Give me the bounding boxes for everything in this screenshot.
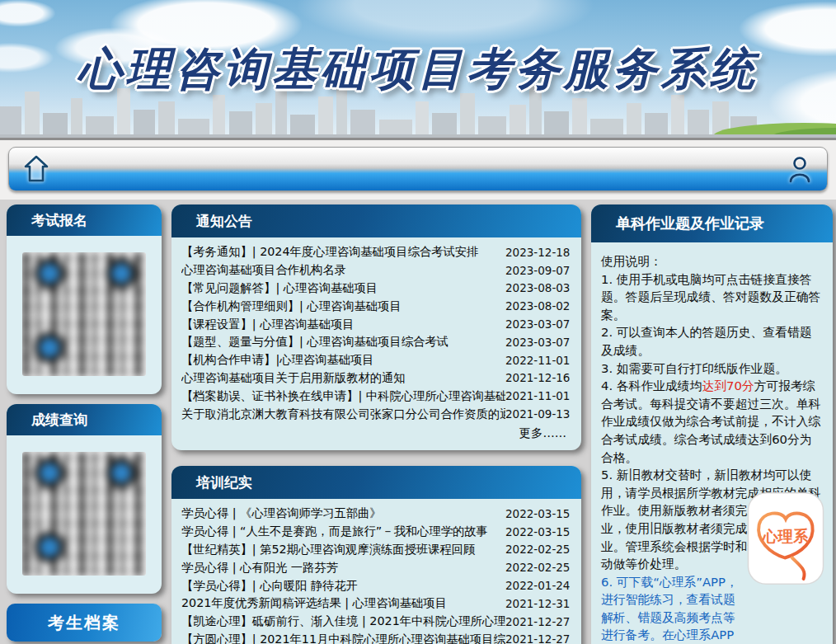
user-icon[interactable]: [786, 153, 814, 185]
main-navbar: [8, 147, 828, 191]
list-item: 【考务通知】| 2024年度心理咨询基础项目综合考试安排2023-12-18: [181, 243, 570, 261]
homework-panel: 单科作业题及作业记录 使用说明： 1. 使用手机或电脑均可点击链接直接答题。答题…: [591, 204, 833, 644]
notices-title: 通知公告: [171, 212, 252, 231]
score-query-qr-code[interactable]: [22, 452, 146, 576]
candidate-archive-button[interactable]: 考生档案: [7, 604, 162, 642]
news-link[interactable]: 【合作机构管理细则】| 心理咨询基础项目: [181, 298, 505, 314]
app-logo-text: 心理系: [762, 528, 809, 545]
instruction-item: 2. 可以查询本人的答题历史、查看错题及成绩。: [601, 323, 823, 359]
news-link[interactable]: 【学员心得】| 心向暖阳 静待花开: [181, 578, 505, 594]
notices-list: 【考务通知】| 2024年度心理咨询基础项目综合考试安排2023-12-18心理…: [171, 237, 581, 423]
news-link[interactable]: 学员心得 | “人生不是赛跑，而是旅行”－我和心理学的故事: [181, 524, 505, 539]
news-date: 2022-11-01: [505, 354, 570, 367]
news-date: 2023-12-18: [505, 246, 570, 259]
homework-header: 单科作业题及作业记录: [591, 204, 833, 242]
list-item: 【课程设置】| 心理咨询基础项目2023-03-07: [181, 315, 570, 333]
content-area: 考试报名 成绩查询 考生档案 通知公告 【考务通知】| 2024年度心理咨询基础…: [0, 200, 836, 644]
news-link[interactable]: 【机构合作申请】|心理咨询基础项目: [181, 352, 505, 368]
instruction-item: 1. 使用手机或电脑均可点击链接直接答题。答题后呈现成绩、答对题数及正确答案。: [601, 270, 823, 324]
instruction-highlight: 达到70分: [702, 378, 754, 393]
qr-code-image: [22, 252, 146, 376]
notices-more-link[interactable]: 更多……: [171, 423, 581, 441]
news-link[interactable]: 【方圆心理】| 2021年11月中科院心理所心理咨询基础项目综合考试圆…: [181, 632, 505, 644]
news-date: 2023-03-07: [505, 317, 570, 331]
news-date: 2021-12-27: [505, 615, 570, 628]
list-item: 学员心得 | 《心理咨询师学习五部曲》2022-03-15: [181, 505, 570, 523]
home-icon[interactable]: [22, 153, 50, 185]
news-link[interactable]: 2021年度优秀新闻稿评选结果 | 心理咨询基础项目: [181, 595, 505, 611]
left-sidebar: 考试报名 成绩查询 考生档案: [7, 204, 162, 644]
training-title: 培训纪实: [171, 473, 252, 492]
list-item: 【合作机构管理细则】| 心理咨询基础项目2023-08-02: [181, 297, 570, 315]
news-date: 2023-08-03: [505, 281, 570, 294]
news-link[interactable]: 学员心得 | 《心理咨询师学习五部曲》: [181, 505, 505, 521]
list-item: 【凯途心理】砥砺前行、渐入佳境 | 2021年中科院心理所心理咨询基础…2021…: [181, 613, 570, 631]
news-date: 2022-01-24: [505, 579, 570, 592]
site-title: 心理咨询基础项目考务服务系统: [0, 40, 836, 100]
list-item: 【常见问题解答】| 心理咨询基础项目2023-08-03: [181, 280, 570, 298]
qr-code-image: [22, 452, 146, 576]
news-link[interactable]: 关于取消北京渊大教育科技有限公司张家口分公司合作资质的通告: [181, 407, 505, 422]
list-item: 心理咨询基础项目关于启用新版教材的通知2021-12-16: [181, 369, 570, 388]
instruction-item: 3. 如需要可自行打印纸版作业题。: [601, 360, 823, 378]
main-column: 通知公告 【考务通知】| 2024年度心理咨询基础项目综合考试安排2023-12…: [171, 204, 581, 644]
news-date: 2021-12-16: [505, 371, 570, 384]
notices-header: 通知公告: [171, 204, 581, 237]
instruction-text: 3. 如需要可自行打印纸版作业题。: [601, 361, 787, 375]
news-date: 2022-03-15: [505, 507, 570, 520]
nav-strip: [0, 140, 836, 200]
news-link[interactable]: 学员心得 | 心有阳光 一路芬芳: [181, 560, 505, 576]
banner: 心理咨询基础项目考务服务系统: [0, 0, 836, 140]
score-query-panel: 成绩查询: [7, 404, 162, 594]
list-item: 【题型、题量与分值】| 心理咨询基础项目综合考试2023-03-07: [181, 333, 570, 351]
instruction-text: 2. 可以查询本人的答题历史、查看错题及成绩。: [601, 325, 812, 357]
news-date: 2021-11-01: [505, 389, 570, 402]
homework-title: 单科作业题及作业记录: [591, 214, 764, 233]
xinlixi-app-logo[interactable]: 心理系: [747, 491, 824, 585]
news-date: 2021-09-13: [505, 407, 570, 421]
candidate-archive-label: 考生档案: [48, 612, 120, 634]
news-date: 2022-03-15: [505, 525, 570, 538]
news-date: 2023-03-07: [505, 336, 570, 349]
news-date: 2021-12-31: [505, 597, 570, 610]
news-date: 2022-02-25: [505, 561, 570, 574]
news-date: 2023-09-07: [505, 264, 570, 277]
heart-logo-icon: 心理系: [747, 491, 824, 585]
training-list: 学员心得 | 《心理咨询师学习五部曲》2022-03-15学员心得 | “人生不…: [171, 499, 581, 644]
news-link[interactable]: 【题型、题量与分值】| 心理咨询基础项目综合考试: [181, 334, 505, 350]
list-item: 心理咨询基础项目合作机构名录2023-09-07: [181, 261, 570, 280]
homework-instructions: 1. 使用手机或电脑均可点击链接直接答题。答题后呈现成绩、答对题数及正确答案。2…: [601, 270, 823, 644]
instruction-item: 4. 各科作业成绩均达到70分方可报考综合考试。每科提交请不要超过三次。单科作业…: [601, 377, 823, 466]
news-date: 2022-02-25: [505, 543, 570, 556]
news-link[interactable]: 【档案勘误、证书补换在线申请】| 中科院心理所心理咨询基础项目: [181, 388, 505, 404]
instruction-text: 1. 使用手机或电脑均可点击链接直接答题。答题后呈现成绩、答对题数及正确答案。: [601, 272, 820, 322]
homework-intro: 使用说明：: [601, 252, 823, 270]
right-sidebar: 单科作业题及作业记录 使用说明： 1. 使用手机或电脑均可点击链接直接答题。答题…: [591, 204, 833, 644]
exam-registration-header: 考试报名: [7, 204, 162, 236]
exam-registration-title: 考试报名: [7, 211, 87, 230]
news-date: 2023-08-02: [505, 299, 570, 313]
training-panel: 培训纪实 学员心得 | 《心理咨询师学习五部曲》2022-03-15学员心得 |…: [171, 466, 581, 644]
list-item: 关于取消北京渊大教育科技有限公司张家口分公司合作资质的通告2021-09-13: [181, 405, 570, 423]
news-link[interactable]: 心理咨询基础项目合作机构名录: [181, 262, 505, 278]
news-link[interactable]: 【凯途心理】砥砺前行、渐入佳境 | 2021年中科院心理所心理咨询基础…: [181, 613, 505, 629]
list-item: 2021年度优秀新闻稿评选结果 | 心理咨询基础项目2021-12-31: [181, 595, 570, 613]
list-item: 【学员心得】| 心向暖阳 静待花开2022-01-24: [181, 576, 570, 595]
list-item: 学员心得 | 心有阳光 一路芬芳2022-02-25: [181, 558, 570, 576]
score-query-title: 成绩查询: [7, 411, 87, 430]
list-item: 【机构合作申请】|心理咨询基础项目2022-11-01: [181, 351, 570, 369]
news-link[interactable]: 【课程设置】| 心理咨询基础项目: [181, 317, 505, 332]
instruction-text: 4. 各科作业成绩均: [601, 378, 702, 393]
list-item: 【世纪精英】| 第52期心理咨询观摩演练面授班课程回顾2022-02-25: [181, 541, 570, 559]
exam-registration-qr-code[interactable]: [22, 252, 146, 376]
news-link[interactable]: 心理咨询基础项目关于启用新版教材的通知: [181, 370, 505, 386]
news-link[interactable]: 【考务通知】| 2024年度心理咨询基础项目综合考试安排: [181, 244, 505, 260]
list-item: 【档案勘误、证书补换在线申请】| 中科院心理所心理咨询基础项目2021-11-0…: [181, 387, 570, 405]
news-date: 2021-12-27: [505, 632, 570, 644]
list-item: 【方圆心理】| 2021年11月中科院心理所心理咨询基础项目综合考试圆…2021…: [181, 631, 570, 644]
news-link[interactable]: 【常见问题解答】| 心理咨询基础项目: [181, 280, 505, 296]
instruction-highlight: 6. 可下载“心理系”APP，进行智能练习，查看试题解析、错题及高频考点等进行备…: [601, 575, 738, 644]
homework-body: 使用说明： 1. 使用手机或电脑均可点击链接直接答题。答题后呈现成绩、答对题数及…: [591, 242, 833, 644]
training-header: 培训纪实: [171, 466, 581, 499]
news-link[interactable]: 【世纪精英】| 第52期心理咨询观摩演练面授班课程回顾: [181, 542, 505, 557]
